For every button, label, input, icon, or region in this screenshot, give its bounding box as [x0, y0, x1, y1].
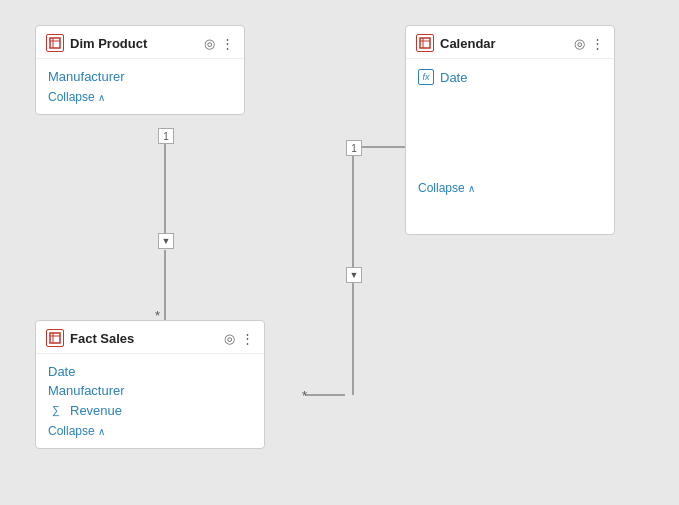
fact-sales-collapse-chevron: ∧ [98, 426, 105, 437]
arrow-down-dim-fact: ▼ [158, 233, 174, 249]
calendar-card: Calendar ◎ ⋮ fx Date Collapse ∧ [405, 25, 615, 235]
calendar-actions: ◎ ⋮ [574, 36, 604, 51]
calendar-header: Calendar ◎ ⋮ [406, 26, 614, 59]
sigma-icon: ∑ [48, 402, 64, 418]
fact-sales-header: Fact Sales ◎ ⋮ [36, 321, 264, 354]
dim-product-collapse[interactable]: Collapse ∧ [48, 90, 232, 104]
fact-sales-revenue-field: ∑ Revenue [48, 400, 252, 420]
fact-sales-eye-icon[interactable]: ◎ [224, 331, 235, 346]
calendar-eye-icon[interactable]: ◎ [574, 36, 585, 51]
manufacturer-label: Manufacturer [48, 69, 125, 84]
dim-product-more-icon[interactable]: ⋮ [221, 36, 234, 51]
calendar-title: Calendar [440, 36, 568, 51]
fact-sales-date-field: Date [48, 362, 252, 381]
fact-sales-manufacturer-label: Manufacturer [48, 383, 125, 398]
arrow-down-right: ▼ [346, 267, 362, 283]
dim-product-eye-icon[interactable]: ◎ [204, 36, 215, 51]
calendar-more-icon[interactable]: ⋮ [591, 36, 604, 51]
fact-sales-date-label: Date [48, 364, 75, 379]
dim-product-title: Dim Product [70, 36, 198, 51]
label-star-fact-right: * [302, 388, 307, 403]
fact-sales-collapse[interactable]: Collapse ∧ [48, 424, 252, 438]
calendar-collapse[interactable]: Collapse ∧ [418, 181, 602, 195]
dim-product-header: Dim Product ◎ ⋮ [36, 26, 244, 59]
svg-rect-6 [50, 38, 60, 48]
fact-sales-title: Fact Sales [70, 331, 218, 346]
fact-sales-more-icon[interactable]: ⋮ [241, 331, 254, 346]
date-label: Date [440, 70, 467, 85]
svg-rect-12 [50, 333, 60, 343]
fact-sales-body: Date Manufacturer ∑ Revenue Collapse ∧ [36, 354, 264, 448]
label-one-dim: 1 [158, 128, 174, 144]
calendar-date-field: fx Date [418, 67, 602, 87]
dim-product-card: Dim Product ◎ ⋮ Manufacturer Collapse ∧ [35, 25, 245, 115]
calendar-collapse-chevron: ∧ [468, 183, 475, 194]
calendar-table-icon [416, 34, 434, 52]
dim-product-manufacturer-field: Manufacturer [48, 67, 232, 86]
revenue-label: Revenue [70, 403, 122, 418]
label-one-calendar: 1 [346, 140, 362, 156]
date-fx-icon: fx [418, 69, 434, 85]
fact-sales-table-icon [46, 329, 64, 347]
fact-sales-card: Fact Sales ◎ ⋮ Date Manufacturer ∑ Reven… [35, 320, 265, 449]
fact-sales-actions: ◎ ⋮ [224, 331, 254, 346]
calendar-body: fx Date Collapse ∧ [406, 59, 614, 205]
collapse-chevron-up: ∧ [98, 92, 105, 103]
dim-product-body: Manufacturer Collapse ∧ [36, 59, 244, 114]
dim-product-table-icon [46, 34, 64, 52]
svg-rect-9 [420, 38, 430, 48]
fact-sales-manufacturer-field: Manufacturer [48, 381, 252, 400]
dim-product-actions: ◎ ⋮ [204, 36, 234, 51]
